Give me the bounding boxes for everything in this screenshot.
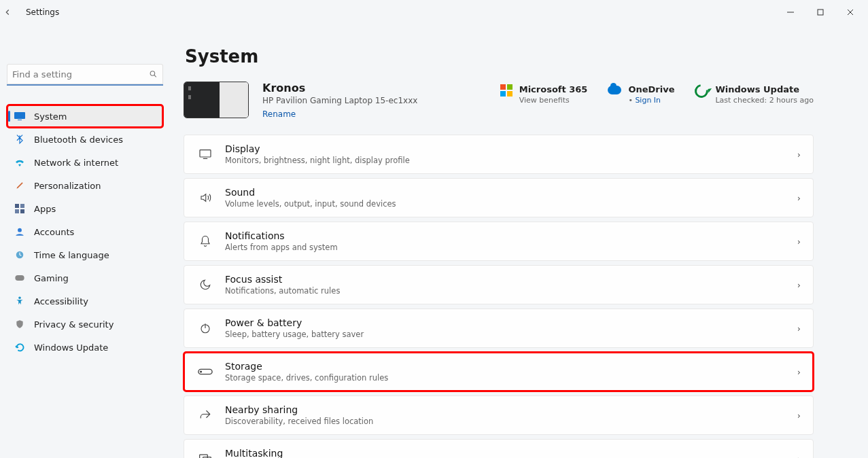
sidebar-item-accessibility[interactable]: Accessibility bbox=[7, 289, 163, 313]
sidebar-item-windows-update[interactable]: Windows Update bbox=[7, 336, 163, 359]
chevron-right-icon: › bbox=[797, 149, 801, 160]
device-model: HP Pavilion Gaming Laptop 15-ec1xxx bbox=[262, 96, 417, 105]
card-subtitle: View benefits bbox=[519, 96, 588, 105]
panel-title: Notifications bbox=[225, 230, 338, 241]
sidebar-item-label: Gaming bbox=[34, 273, 69, 283]
svg-point-13 bbox=[18, 297, 21, 300]
chevron-right-icon: › bbox=[797, 367, 801, 377]
gamepad-icon bbox=[14, 274, 26, 282]
apps-icon bbox=[14, 204, 26, 213]
bell-icon bbox=[196, 234, 214, 248]
panel-title: Power & battery bbox=[225, 317, 364, 328]
titlebar: Settings bbox=[0, 0, 868, 24]
device-name: Kronos bbox=[262, 82, 417, 94]
svg-rect-1 bbox=[818, 10, 823, 15]
chevron-right-icon: › bbox=[797, 323, 801, 334]
panel-desc: Notifications, automatic rules bbox=[225, 286, 340, 296]
card-subtitle: Last checked: 2 hours ago bbox=[715, 96, 814, 105]
rename-link[interactable]: Rename bbox=[262, 109, 296, 119]
card-onedrive[interactable]: OneDrive • Sign In bbox=[608, 84, 674, 105]
card-title: OneDrive bbox=[628, 84, 674, 94]
close-button[interactable] bbox=[835, 1, 865, 23]
panel-focus-assist[interactable]: Focus assistNotifications, automatic rul… bbox=[184, 265, 814, 304]
sidebar-item-system[interactable]: System bbox=[7, 105, 163, 128]
sidebar-item-label: Accessibility bbox=[34, 296, 88, 306]
svg-point-10 bbox=[18, 228, 22, 232]
search-input[interactable] bbox=[7, 64, 143, 84]
chevron-right-icon: › bbox=[797, 236, 801, 247]
sidebar-item-label: System bbox=[34, 111, 67, 122]
minimize-button[interactable] bbox=[776, 1, 805, 23]
chevron-right-icon: › bbox=[797, 454, 801, 459]
system-icon bbox=[14, 112, 26, 120]
device-text: Kronos HP Pavilion Gaming Laptop 15-ec1x… bbox=[262, 82, 417, 120]
storage-icon bbox=[196, 368, 214, 376]
sound-icon bbox=[196, 192, 214, 204]
svg-rect-9 bbox=[20, 209, 24, 213]
onedrive-signin-link[interactable]: Sign In bbox=[635, 96, 661, 105]
panel-nearby-sharing[interactable]: Nearby sharingDiscoverability, received … bbox=[184, 395, 814, 435]
svg-point-19 bbox=[201, 371, 202, 372]
sidebar-item-personalization[interactable]: Personalization bbox=[7, 174, 163, 197]
back-button[interactable] bbox=[3, 7, 22, 17]
sidebar-item-time-language[interactable]: Time & language bbox=[7, 243, 163, 266]
chevron-right-icon: › bbox=[797, 193, 801, 203]
panel-title: Sound bbox=[225, 187, 396, 198]
sidebar-item-privacy[interactable]: Privacy & security bbox=[7, 313, 163, 336]
search-field[interactable] bbox=[7, 64, 163, 86]
card-windows-update[interactable]: Windows Update Last checked: 2 hours ago bbox=[695, 84, 814, 105]
device-thumbnail[interactable] bbox=[184, 82, 249, 118]
sidebar-item-apps[interactable]: Apps bbox=[7, 197, 163, 220]
wifi-icon bbox=[14, 158, 26, 166]
maximize-button[interactable] bbox=[805, 1, 835, 23]
multitask-icon bbox=[196, 453, 214, 458]
svg-rect-5 bbox=[18, 120, 22, 120]
sidebar-item-label: Accounts bbox=[34, 227, 74, 237]
sidebar-item-label: Bluetooth & devices bbox=[34, 135, 123, 145]
search-icon bbox=[149, 70, 158, 79]
sidebar-item-bluetooth[interactable]: Bluetooth & devices bbox=[7, 128, 163, 151]
sidebar-item-gaming[interactable]: Gaming bbox=[7, 266, 163, 289]
panel-sound[interactable]: SoundVolume levels, output, input, sound… bbox=[184, 178, 814, 217]
update-loop-icon bbox=[693, 82, 712, 101]
accessibility-icon bbox=[14, 296, 26, 306]
svg-rect-6 bbox=[15, 204, 19, 208]
panel-multitasking[interactable]: MultitaskingSnap windows, desktops, task… bbox=[184, 439, 814, 458]
card-subtitle: • Sign In bbox=[628, 96, 674, 105]
microsoft-logo-icon bbox=[500, 84, 513, 96]
svg-rect-20 bbox=[200, 455, 208, 458]
panel-desc: Discoverability, received files location bbox=[225, 417, 373, 426]
update-icon bbox=[14, 342, 26, 353]
sidebar-item-accounts[interactable]: Accounts bbox=[7, 220, 163, 243]
device-info-row: Kronos HP Pavilion Gaming Laptop 15-ec1x… bbox=[184, 82, 814, 120]
info-cards: Microsoft 365 View benefits OneDrive • S… bbox=[500, 82, 814, 105]
panel-title: Nearby sharing bbox=[225, 404, 373, 415]
panel-title: Focus assist bbox=[225, 274, 340, 285]
sidebar-item-label: Privacy & security bbox=[34, 319, 114, 330]
power-icon bbox=[196, 322, 214, 334]
share-icon bbox=[196, 409, 214, 421]
person-icon bbox=[14, 227, 26, 236]
display-icon bbox=[196, 149, 214, 160]
panel-desc: Sleep, battery usage, battery saver bbox=[225, 330, 364, 339]
panel-display[interactable]: DisplayMonitors, brightness, night light… bbox=[184, 135, 814, 174]
panel-desc: Monitors, brightness, night light, displ… bbox=[225, 156, 410, 165]
svg-rect-12 bbox=[15, 275, 24, 281]
panel-title: Storage bbox=[225, 361, 388, 372]
panel-power-battery[interactable]: Power & batterySleep, battery usage, bat… bbox=[184, 309, 814, 348]
moon-icon bbox=[196, 279, 214, 291]
content: System Kronos HP Pavilion Gaming Laptop … bbox=[170, 24, 868, 458]
globe-clock-icon bbox=[14, 250, 26, 260]
panel-notifications[interactable]: NotificationsAlerts from apps and system… bbox=[184, 222, 814, 261]
panel-title: Display bbox=[225, 143, 410, 154]
panel-storage[interactable]: StorageStorage space, drives, configurat… bbox=[184, 352, 814, 391]
svg-rect-4 bbox=[14, 112, 25, 119]
card-title: Microsoft 365 bbox=[519, 84, 588, 94]
svg-point-2 bbox=[150, 71, 155, 76]
card-microsoft365[interactable]: Microsoft 365 View benefits bbox=[500, 84, 588, 105]
svg-line-3 bbox=[154, 75, 156, 77]
onedrive-icon bbox=[608, 86, 621, 94]
sidebar-item-label: Windows Update bbox=[34, 342, 108, 353]
panel-desc: Storage space, drives, configuration rul… bbox=[225, 373, 388, 383]
sidebar-item-network[interactable]: Network & internet bbox=[7, 151, 163, 174]
